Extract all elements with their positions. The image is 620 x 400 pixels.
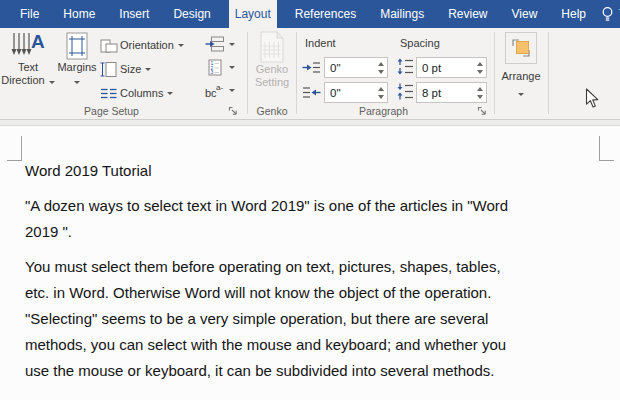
indent-right-value[interactable]: 0" (325, 83, 374, 102)
group-genko: Genko Setting Genko (248, 28, 296, 119)
arrange-button[interactable]: Arrange (498, 32, 544, 99)
spacing-before-value[interactable]: 0 pt (417, 58, 473, 77)
paragraph-dialog-launcher[interactable] (476, 103, 488, 115)
group-label-genko: Genko (248, 105, 296, 117)
text-direction-button[interactable]: A Text Direction (4, 31, 52, 87)
columns-label: Columns (120, 87, 163, 99)
doc-paragraph-2-line-3: "Selecting" seems to be a very simple op… (25, 306, 508, 332)
tell-me-box[interactable]: Te (600, 0, 620, 28)
word-window: File Home Insert Design Layout Reference… (0, 0, 620, 400)
spacing-before-icon (396, 58, 415, 75)
text-direction-icon: A (10, 31, 46, 61)
doc-paragraph-1-line-2: 2019 ". (25, 219, 508, 245)
lightbulb-icon (600, 6, 615, 23)
dialog-launcher-icon (476, 105, 488, 117)
group-page-setup: A Text Direction Margins (0, 28, 247, 119)
mouse-cursor (585, 88, 600, 114)
ribbon-tab-bar: File Home Insert Design Layout Reference… (0, 0, 620, 28)
spacing-after-icon (396, 83, 415, 100)
tab-design[interactable]: Design (167, 0, 216, 28)
orientation-icon (100, 37, 118, 54)
genko-setting-label-line1: Genko (256, 63, 288, 76)
tab-file[interactable]: File (14, 0, 45, 28)
text-direction-label-line2: Direction (1, 74, 44, 86)
chevron-down-icon (229, 43, 235, 46)
genko-setting-button[interactable]: Genko Setting (252, 31, 292, 89)
size-icon (100, 61, 118, 78)
columns-icon (100, 86, 118, 101)
hyphenation-button[interactable]: bc a- (205, 82, 235, 99)
ribbon: A Text Direction Margins (0, 28, 620, 120)
tab-review[interactable]: Review (442, 0, 493, 28)
tab-help[interactable]: Help (555, 0, 592, 28)
breaks-button[interactable] (205, 36, 235, 52)
spacing-before-field[interactable]: 0 pt (416, 57, 487, 78)
indent-right-spinner[interactable] (374, 83, 387, 102)
svg-text:A: A (31, 31, 45, 52)
margins-icon (63, 31, 91, 61)
chevron-down-icon (178, 44, 184, 47)
spacing-after-value[interactable]: 8 pt (417, 83, 473, 102)
spacing-before-spinner[interactable] (473, 58, 486, 77)
dialog-launcher-icon (227, 105, 239, 117)
crop-mark-right-horizontal (599, 160, 614, 161)
chevron-down-icon (518, 93, 524, 96)
spacing-after-field[interactable]: 8 pt (416, 82, 487, 103)
group-label-page-setup: Page Setup (0, 105, 223, 117)
doc-title-paragraph: Word 2019 Tutorial (25, 158, 508, 184)
group-paragraph: Indent Spacing 0" 0" (297, 28, 494, 119)
tab-mailings[interactable]: Mailings (374, 0, 430, 28)
chevron-down-icon (49, 81, 55, 84)
indent-label: Indent (305, 37, 336, 49)
group-arrange: Arrange (495, 28, 548, 119)
tab-references[interactable]: References (289, 0, 362, 28)
indent-left-field[interactable]: 0" (324, 57, 388, 78)
genko-setting-icon (259, 31, 285, 63)
size-label: Size (120, 63, 141, 75)
doc-title: Word 2019 Tutorial (25, 158, 508, 184)
doc-paragraph-2-line-4: methods, you can select with the mouse a… (25, 332, 508, 358)
tab-layout[interactable]: Layout (229, 0, 277, 28)
chevron-down-icon (229, 89, 235, 92)
spacing-after-spinner[interactable] (473, 83, 486, 102)
document-page[interactable]: Word 2019 Tutorial "A dozen ways to sele… (0, 120, 620, 400)
group-separator (548, 32, 549, 114)
genko-setting-label-line2: Setting (255, 76, 289, 89)
margins-button[interactable]: Margins (55, 31, 99, 87)
margins-label: Margins (57, 61, 96, 74)
doc-paragraph-2-line-2: etc. in Word. Otherwise Word will not kn… (25, 280, 508, 306)
spacing-label: Spacing (400, 37, 440, 49)
hyphenation-icon: bc a- (205, 82, 225, 99)
tab-insert[interactable]: Insert (113, 0, 155, 28)
tab-view[interactable]: View (506, 0, 544, 28)
indent-left-icon (302, 60, 321, 75)
doc-paragraph-2: You must select them before operating on… (25, 254, 508, 384)
indent-right-icon (302, 85, 321, 100)
doc-paragraph-2-line-5: use the mouse or keyboard, it can be sub… (25, 358, 508, 384)
indent-left-value[interactable]: 0" (325, 58, 374, 77)
doc-paragraph-1: "A dozen ways to select text in Word 201… (25, 193, 508, 245)
chevron-down-icon (229, 66, 235, 69)
breaks-icon (205, 36, 225, 52)
crop-mark-left-vertical (21, 136, 22, 161)
crop-mark-right-vertical (599, 136, 600, 161)
group-label-paragraph: Paragraph (297, 105, 470, 117)
document-body-text: Word 2019 Tutorial "A dozen ways to sele… (25, 158, 508, 393)
columns-button[interactable]: Columns (100, 82, 202, 104)
line-numbers-button[interactable]: 123 (205, 59, 235, 76)
orientation-button[interactable]: Orientation (100, 34, 202, 56)
line-numbers-icon: 123 (205, 59, 225, 76)
text-direction-label-line1: Text (18, 61, 38, 74)
indent-left-spinner[interactable] (374, 58, 387, 77)
size-button[interactable]: Size (100, 58, 202, 80)
doc-paragraph-2-line-1: You must select them before operating on… (25, 254, 508, 280)
svg-text:3: 3 (211, 69, 214, 75)
arrange-label: Arrange (501, 70, 540, 83)
arrange-icon (509, 36, 533, 60)
chevron-down-icon (74, 81, 80, 84)
page-setup-dialog-launcher[interactable] (227, 103, 239, 115)
tab-home[interactable]: Home (57, 0, 101, 28)
page-top-edge (0, 120, 620, 126)
indent-right-field[interactable]: 0" (324, 82, 388, 103)
chevron-down-icon (167, 92, 173, 95)
